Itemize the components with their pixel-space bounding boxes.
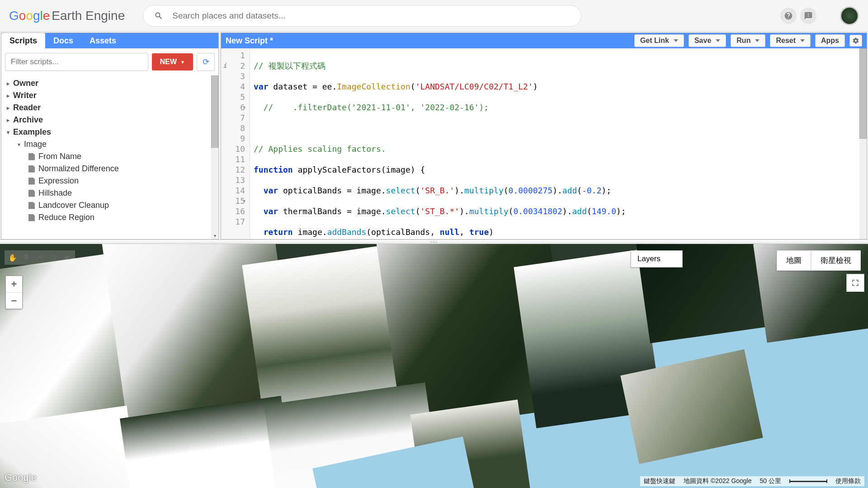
file-icon	[28, 165, 35, 173]
tree-label: Normalized Difference	[38, 164, 119, 174]
tree-writer[interactable]: ▸Writer	[1, 89, 218, 102]
filter-row: NEW ⟳	[1, 48, 218, 75]
keyboard-shortcuts-link[interactable]: 鍵盤快速鍵	[644, 477, 675, 485]
satellite-imagery	[0, 244, 868, 488]
code-editor[interactable]: 1234567891011121314151617 // 複製以下程式碼 var…	[221, 48, 867, 239]
scale-label: 50 公里	[760, 477, 781, 485]
app-header: Google Earth Engine	[0, 0, 868, 32]
file-icon	[28, 153, 35, 160]
search-box[interactable]	[143, 5, 581, 27]
tab-assets[interactable]: Assets	[81, 33, 124, 48]
code-content[interactable]: // 複製以下程式碼 var dataset = ee.ImageCollect…	[250, 48, 630, 239]
tab-scripts[interactable]: Scripts	[1, 33, 45, 48]
filter-scripts-input[interactable]	[5, 53, 148, 71]
help-icon[interactable]	[780, 8, 797, 24]
tree-label: From Name	[38, 152, 81, 161]
tree-owner[interactable]: ▸Owner	[1, 77, 218, 89]
tree-file[interactable]: From Name	[1, 150, 218, 163]
tree-image-folder[interactable]: ▾Image	[1, 138, 218, 150]
save-button[interactable]: Save	[689, 34, 726, 47]
tree-label: Archive	[13, 115, 43, 125]
map-view[interactable]: ✋ + − Layers 地圖 衛星檢視 Google 鍵盤快速鍵 地圖資料 ©…	[0, 244, 868, 488]
tree-label: Expression	[38, 176, 79, 186]
tree-label: Examples	[13, 127, 51, 137]
pan-tool-icon[interactable]: ✋	[6, 252, 19, 263]
header-actions	[780, 6, 859, 25]
tree-label: Writer	[13, 91, 37, 100]
marker-tool-icon[interactable]	[20, 252, 33, 263]
file-icon	[28, 190, 35, 197]
scrollbar-thumb[interactable]	[211, 75, 218, 148]
panel-splitter[interactable]	[0, 239, 868, 244]
refresh-button[interactable]: ⟳	[197, 53, 215, 71]
settings-button[interactable]	[849, 35, 862, 47]
file-icon	[28, 214, 35, 221]
editor-header: New Script * Get Link Save Run Reset App…	[221, 33, 867, 48]
tree-file[interactable]: Hillshade	[1, 187, 218, 199]
map-type-map[interactable]: 地圖	[777, 250, 811, 271]
map-drawing-toolbar: ✋	[5, 250, 75, 265]
tree-label: Hillshade	[38, 188, 72, 198]
tree-file[interactable]: Expression	[1, 175, 218, 187]
apps-button[interactable]: Apps	[815, 34, 845, 47]
tree-label: Reader	[13, 103, 41, 113]
editor-scrollbar[interactable]	[859, 48, 867, 239]
tree-label: Owner	[13, 79, 38, 88]
google-earth-engine-logo[interactable]: Google Earth Engine	[9, 9, 125, 23]
scrollbar-thumb[interactable]	[859, 48, 867, 139]
svg-rect-0	[65, 256, 70, 259]
tree-archive[interactable]: ▸Archive	[1, 114, 218, 126]
script-title: New Script *	[226, 36, 273, 46]
main-content: Scripts Docs Assets NEW ⟳ ▸Owner ▸Writer…	[0, 32, 868, 239]
map-attribution: 地圖資料 ©2022 Google	[684, 477, 751, 485]
search-icon	[154, 11, 163, 20]
feedback-icon[interactable]	[800, 8, 816, 24]
tree-reader[interactable]: ▸Reader	[1, 102, 218, 114]
map-footer: 鍵盤快速鍵 地圖資料 ©2022 Google 50 公里 使用條款	[640, 476, 864, 486]
tab-docs[interactable]: Docs	[45, 33, 81, 48]
scale-bar	[789, 481, 827, 482]
scripts-panel: Scripts Docs Assets NEW ⟳ ▸Owner ▸Writer…	[1, 33, 219, 239]
tree-label: Image	[24, 140, 47, 149]
zoom-controls: + −	[5, 276, 23, 309]
run-button[interactable]: Run	[731, 34, 765, 47]
tree-label: Reduce Region	[38, 213, 94, 222]
rectangle-tool-icon[interactable]	[61, 252, 73, 263]
zoom-out-button[interactable]: −	[6, 292, 22, 309]
tree-file[interactable]: Reduce Region	[1, 211, 218, 224]
fullscreen-icon	[851, 279, 859, 287]
layers-button[interactable]: Layers	[631, 250, 683, 267]
google-map-logo: Google	[5, 472, 37, 483]
gear-icon	[852, 37, 859, 44]
user-avatar[interactable]	[840, 6, 859, 25]
file-icon	[28, 178, 35, 185]
editor-toolbar: Get Link Save Run Reset Apps	[634, 34, 862, 47]
tree-file[interactable]: Landcover Cleanup	[1, 199, 218, 211]
reset-button[interactable]: Reset	[770, 34, 811, 47]
get-link-button[interactable]: Get Link	[634, 34, 684, 47]
code-editor-panel: New Script * Get Link Save Run Reset App…	[221, 33, 867, 239]
panel-tabs: Scripts Docs Assets	[1, 33, 218, 48]
product-name: Earth Engine	[52, 9, 125, 23]
scripts-tree: ▸Owner ▸Writer ▸Reader ▸Archive ▾Example…	[1, 75, 218, 239]
fullscreen-button[interactable]	[846, 274, 864, 292]
apps-menu-icon[interactable]	[820, 8, 836, 24]
map-type-satellite[interactable]: 衛星檢視	[811, 250, 861, 271]
map-type-toggle: 地圖 衛星檢視	[777, 250, 861, 271]
polygon-tool-icon[interactable]	[47, 252, 60, 263]
scrollbar[interactable]	[211, 75, 218, 239]
tree-examples[interactable]: ▾Examples	[1, 126, 218, 138]
zoom-in-button[interactable]: +	[6, 276, 22, 292]
tree-label: Landcover Cleanup	[38, 201, 109, 210]
scroll-down-icon[interactable]: ▾	[211, 232, 218, 239]
new-button[interactable]: NEW	[152, 53, 193, 70]
line-gutter: 1234567891011121314151617	[221, 48, 250, 239]
tree-file[interactable]: Normalized Difference	[1, 163, 218, 175]
file-icon	[28, 202, 35, 209]
terms-link[interactable]: 使用條款	[835, 477, 861, 485]
line-tool-icon[interactable]	[33, 252, 46, 263]
search-input[interactable]	[172, 11, 570, 21]
